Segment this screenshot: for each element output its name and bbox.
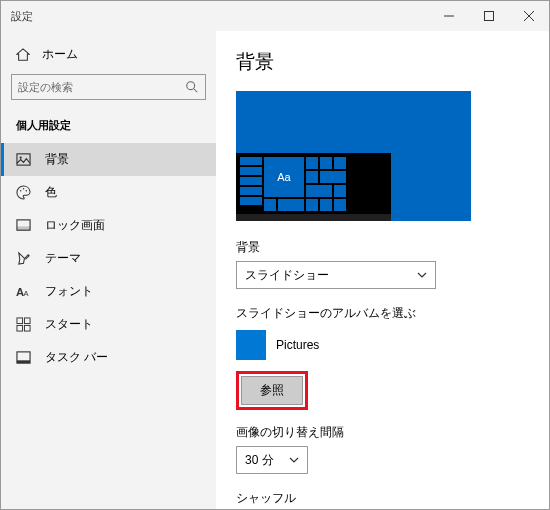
interval-label: 画像の切り替え間隔 (236, 424, 534, 441)
sidebar-item-label: テーマ (45, 250, 81, 267)
svg-rect-18 (24, 325, 30, 331)
home-link[interactable]: ホーム (1, 41, 216, 68)
chevron-down-icon (417, 270, 427, 280)
sidebar-item-fonts[interactable]: AA フォント (1, 275, 216, 308)
titlebar: 設定 (1, 1, 549, 31)
svg-point-8 (20, 190, 22, 192)
sidebar-item-label: ロック画面 (45, 217, 105, 234)
start-menu-preview: Aa (236, 153, 391, 221)
svg-point-4 (187, 82, 195, 90)
svg-text:A: A (24, 289, 29, 298)
main-panel: 背景 Aa (216, 31, 549, 509)
folder-name: Pictures (276, 338, 319, 352)
svg-point-10 (26, 190, 28, 192)
theme-icon (16, 251, 31, 266)
search-input[interactable] (18, 81, 185, 93)
dropdown-value: スライドショー (245, 267, 329, 284)
sidebar-item-lockscreen[interactable]: ロック画面 (1, 209, 216, 242)
sidebar-item-label: タスク バー (45, 349, 108, 366)
sidebar-item-start[interactable]: スタート (1, 308, 216, 341)
folder-thumbnail (236, 330, 266, 360)
sidebar-item-background[interactable]: 背景 (1, 143, 216, 176)
taskbar-icon (16, 350, 31, 365)
window-title: 設定 (11, 9, 33, 24)
annotation-highlight: 参照 (236, 371, 308, 410)
search-icon (185, 80, 199, 94)
background-type-label: 背景 (236, 239, 534, 256)
home-label: ホーム (42, 46, 78, 63)
sidebar: ホーム 個人用設定 背景 色 ロック画面 テーマ AA フォント ス (1, 31, 216, 509)
album-folder-row[interactable]: Pictures (236, 327, 534, 363)
sidebar-item-taskbar[interactable]: タスク バー (1, 341, 216, 374)
interval-dropdown[interactable]: 30 分 (236, 446, 308, 474)
browse-button[interactable]: 参照 (241, 376, 303, 405)
search-box[interactable] (11, 74, 206, 100)
sidebar-item-label: 色 (45, 184, 57, 201)
sidebar-item-colors[interactable]: 色 (1, 176, 216, 209)
sidebar-item-themes[interactable]: テーマ (1, 242, 216, 275)
palette-icon (16, 185, 31, 200)
maximize-button[interactable] (469, 1, 509, 31)
sidebar-item-label: フォント (45, 283, 93, 300)
svg-rect-1 (485, 12, 494, 21)
window-controls (429, 1, 549, 31)
sidebar-item-label: スタート (45, 316, 93, 333)
close-button[interactable] (509, 1, 549, 31)
svg-line-5 (194, 89, 198, 93)
svg-rect-12 (17, 226, 30, 230)
home-icon (16, 48, 30, 62)
background-type-dropdown[interactable]: スライドショー (236, 261, 436, 289)
svg-point-9 (23, 188, 25, 190)
sidebar-item-label: 背景 (45, 151, 69, 168)
svg-rect-15 (17, 318, 23, 324)
sample-text-tile: Aa (264, 157, 304, 197)
page-title: 背景 (236, 49, 534, 75)
svg-rect-16 (24, 318, 30, 324)
dropdown-value: 30 分 (245, 452, 274, 469)
desktop-preview: Aa (236, 91, 471, 221)
minimize-button[interactable] (429, 1, 469, 31)
lock-screen-icon (16, 218, 31, 233)
picture-icon (16, 152, 31, 167)
shuffle-label: シャッフル (236, 490, 534, 507)
start-icon (16, 317, 31, 332)
svg-rect-20 (17, 360, 30, 363)
font-icon: AA (16, 284, 31, 299)
svg-rect-6 (17, 154, 30, 165)
category-title: 個人用設定 (1, 112, 216, 143)
album-label: スライドショーのアルバムを選ぶ (236, 305, 534, 322)
svg-point-7 (20, 157, 22, 159)
chevron-down-icon (289, 455, 299, 465)
svg-rect-17 (17, 325, 23, 331)
